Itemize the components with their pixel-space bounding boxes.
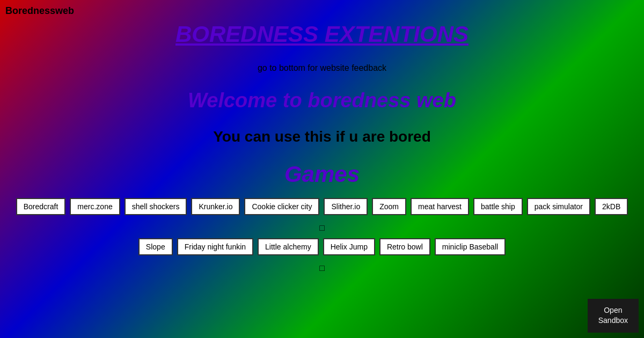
game-button-zoom[interactable]: Zoom bbox=[372, 198, 406, 215]
game-button-cookie-clicker-city[interactable]: Cookie clicker city bbox=[244, 198, 319, 215]
game-button-meat-harvest[interactable]: meat harvest bbox=[411, 198, 469, 215]
main-container: BOREDNESS EXTENTIONS go to bottom for we… bbox=[0, 0, 644, 273]
game-button-friday-night-funkin[interactable]: Friday night funkin bbox=[177, 238, 253, 255]
bored-text: You can use this if u are bored bbox=[0, 128, 644, 145]
games-row-2: SlopeFriday night funkinLittle alchemyHe… bbox=[0, 238, 644, 255]
game-button-merc-zone[interactable]: merc.zone bbox=[70, 198, 120, 215]
welcome-text: Welcome to boredness web bbox=[0, 89, 644, 112]
divider-2: □ bbox=[0, 263, 644, 273]
game-button-slither-io[interactable]: Slither.io bbox=[324, 198, 368, 215]
game-button-slope[interactable]: Slope bbox=[138, 238, 173, 255]
game-button-boredcraft[interactable]: Boredcraft bbox=[16, 198, 66, 215]
game-button-retro-bowl[interactable]: Retro bowl bbox=[379, 238, 430, 255]
open-sandbox-button[interactable]: Open Sandbox bbox=[588, 299, 639, 333]
main-heading: BOREDNESS EXTENTIONS bbox=[0, 21, 644, 47]
game-button-pack-simulator[interactable]: pack simulator bbox=[527, 198, 590, 215]
games-heading: Games bbox=[0, 161, 644, 187]
divider-1: □ bbox=[0, 223, 644, 233]
site-title: Borednessweb bbox=[5, 5, 74, 17]
game-button-little-alchemy[interactable]: Little alchemy bbox=[258, 238, 319, 255]
game-button-battle-ship[interactable]: battle ship bbox=[473, 198, 523, 215]
games-row-1: Boredcraftmerc.zoneshell shockersKrunker… bbox=[0, 198, 644, 215]
game-button-krunker-io[interactable]: Krunker.io bbox=[191, 198, 240, 215]
game-button-helix-jump[interactable]: Helix Jump bbox=[323, 238, 375, 255]
game-button-2kdb[interactable]: 2kDB bbox=[595, 198, 628, 215]
game-button-miniclip-baseball[interactable]: miniclip Baseball bbox=[435, 238, 506, 255]
feedback-text: go to bottom for website feedback bbox=[0, 63, 644, 73]
game-button-shell-shockers[interactable]: shell shockers bbox=[125, 198, 187, 215]
